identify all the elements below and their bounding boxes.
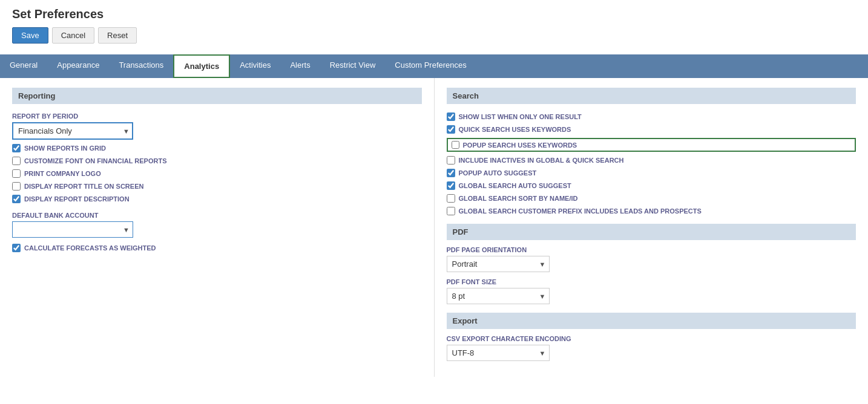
display-report-title-checkbox[interactable] (12, 182, 21, 191)
print-company-logo-row: PRINT COMPANY LOGO (12, 169, 422, 178)
action-buttons: Save Cancel Reset (12, 27, 856, 44)
tab-general[interactable]: General (0, 54, 47, 78)
csv-encoding-row: CSV EXPORT CHARACTER ENCODING UTF-8 ISO-… (447, 335, 856, 361)
popup-auto-suggest-row: POPUP AUTO SUGGEST (447, 169, 856, 177)
popup-search-keywords-checkbox[interactable] (452, 141, 459, 149)
export-section-header: Export (447, 313, 856, 329)
csv-encoding-wrapper: UTF-8 ISO-8859-1 Windows-1252 ▼ (447, 345, 550, 361)
search-section-header: Search (447, 88, 856, 104)
pdf-section-header: PDF (447, 224, 856, 240)
report-by-period-select[interactable]: Financials Only All Periods Current Peri… (12, 122, 133, 140)
save-button[interactable]: Save (12, 27, 48, 44)
report-by-period-label: REPORT BY PERIOD (12, 112, 422, 120)
quick-search-keywords-checkbox[interactable] (447, 125, 455, 134)
reset-button[interactable]: Reset (98, 27, 137, 44)
default-bank-account-select[interactable] (12, 221, 133, 238)
page-title: Set Preferences (12, 7, 856, 21)
show-reports-in-grid-checkbox[interactable] (12, 144, 21, 152)
include-inactives-checkbox[interactable] (447, 156, 455, 165)
print-company-logo-label: PRINT COMPANY LOGO (24, 170, 101, 177)
right-panel: Search SHOW LIST WHEN ONLY ONE RESULT QU… (435, 78, 869, 377)
global-search-sort-label: GLOBAL SEARCH SORT BY NAME/ID (459, 195, 578, 202)
reporting-section-header: Reporting (12, 88, 422, 104)
display-report-description-row: DISPLAY REPORT DESCRIPTION (12, 195, 422, 203)
tab-restrict-view[interactable]: Restrict View (320, 54, 386, 78)
pdf-font-size-wrapper: 8 pt 9 pt 10 pt 11 pt 12 pt ▼ (447, 288, 550, 304)
popup-auto-suggest-label: POPUP AUTO SUGGEST (459, 169, 537, 177)
include-inactives-row: INCLUDE INACTIVES IN GLOBAL & QUICK SEAR… (447, 156, 856, 165)
cancel-button[interactable]: Cancel (52, 27, 94, 44)
global-search-prefix-label: GLOBAL SEARCH CUSTOMER PREFIX INCLUDES L… (459, 207, 702, 215)
display-report-description-label: DISPLAY REPORT DESCRIPTION (24, 195, 130, 203)
pdf-orientation-select[interactable]: Portrait Landscape (447, 256, 550, 272)
tab-analytics[interactable]: Analytics (173, 54, 230, 78)
pdf-font-size-row: PDF FONT SIZE 8 pt 9 pt 10 pt 11 pt 12 p… (447, 278, 856, 304)
report-by-period-wrapper: Financials Only All Periods Current Peri… (12, 122, 133, 140)
page-header: Set Preferences Save Cancel Reset (0, 0, 868, 54)
pdf-font-size-label: PDF FONT SIZE (447, 278, 856, 285)
default-bank-account-wrapper: ▼ (12, 221, 133, 238)
global-search-auto-suggest-row: GLOBAL SEARCH AUTO SUGGEST (447, 181, 856, 190)
nav-tabs: General Appearance Transactions Analytic… (0, 54, 868, 78)
display-report-description-checkbox[interactable] (12, 195, 21, 203)
show-list-one-result-checkbox[interactable] (447, 112, 455, 121)
tab-activities[interactable]: Activities (230, 54, 280, 78)
tab-appearance[interactable]: Appearance (47, 54, 109, 78)
popup-auto-suggest-checkbox[interactable] (447, 169, 455, 177)
quick-search-keywords-row: QUICK SEARCH USES KEYWORDS (447, 125, 856, 134)
show-reports-in-grid-label: SHOW REPORTS IN GRID (24, 145, 106, 152)
include-inactives-label: INCLUDE INACTIVES IN GLOBAL & QUICK SEAR… (459, 157, 624, 164)
pdf-font-size-select[interactable]: 8 pt 9 pt 10 pt 11 pt 12 pt (447, 288, 550, 304)
csv-encoding-select[interactable]: UTF-8 ISO-8859-1 Windows-1252 (447, 345, 550, 361)
display-report-title-row: DISPLAY REPORT TITLE ON SCREEN (12, 182, 422, 191)
calculate-forecasts-row: CALCULATE FORECASTS AS WEIGHTED (12, 244, 422, 252)
global-search-auto-suggest-checkbox[interactable] (447, 181, 455, 190)
display-report-title-label: DISPLAY REPORT TITLE ON SCREEN (24, 183, 143, 190)
quick-search-keywords-label: QUICK SEARCH USES KEYWORDS (459, 126, 571, 133)
popup-search-keywords-row: POPUP SEARCH USES KEYWORDS (447, 138, 856, 152)
global-search-sort-checkbox[interactable] (447, 194, 455, 203)
customize-font-row: CUSTOMIZE FONT ON FINANCIAL REPORTS (12, 157, 422, 165)
pdf-orientation-row: PDF PAGE ORIENTATION Portrait Landscape … (447, 246, 856, 272)
popup-search-keywords-label: POPUP SEARCH USES KEYWORDS (463, 142, 577, 149)
calculate-forecasts-label: CALCULATE FORECASTS AS WEIGHTED (24, 244, 156, 252)
default-bank-account-label: DEFAULT BANK ACCOUNT (12, 212, 422, 219)
tab-custom-preferences[interactable]: Custom Preferences (385, 54, 476, 78)
pdf-orientation-wrapper: Portrait Landscape ▼ (447, 256, 550, 272)
global-search-sort-row: GLOBAL SEARCH SORT BY NAME/ID (447, 194, 856, 203)
tab-alerts[interactable]: Alerts (280, 54, 320, 78)
show-list-one-result-row: SHOW LIST WHEN ONLY ONE RESULT (447, 112, 856, 121)
customize-font-label: CUSTOMIZE FONT ON FINANCIAL REPORTS (24, 157, 167, 165)
customize-font-checkbox[interactable] (12, 157, 21, 165)
tab-transactions[interactable]: Transactions (109, 54, 173, 78)
csv-encoding-label: CSV EXPORT CHARACTER ENCODING (447, 335, 856, 342)
pdf-orientation-label: PDF PAGE ORIENTATION (447, 246, 856, 253)
show-reports-in-grid-row: SHOW REPORTS IN GRID (12, 144, 422, 152)
global-search-prefix-row: GLOBAL SEARCH CUSTOMER PREFIX INCLUDES L… (447, 207, 856, 215)
global-search-prefix-checkbox[interactable] (447, 207, 455, 215)
global-search-auto-suggest-label: GLOBAL SEARCH AUTO SUGGEST (459, 182, 571, 189)
show-list-one-result-label: SHOW LIST WHEN ONLY ONE RESULT (459, 113, 582, 120)
reporting-panel: Reporting REPORT BY PERIOD Financials On… (0, 78, 435, 377)
print-company-logo-checkbox[interactable] (12, 169, 21, 178)
main-content: Reporting REPORT BY PERIOD Financials On… (0, 78, 868, 377)
calculate-forecasts-checkbox[interactable] (12, 244, 21, 252)
